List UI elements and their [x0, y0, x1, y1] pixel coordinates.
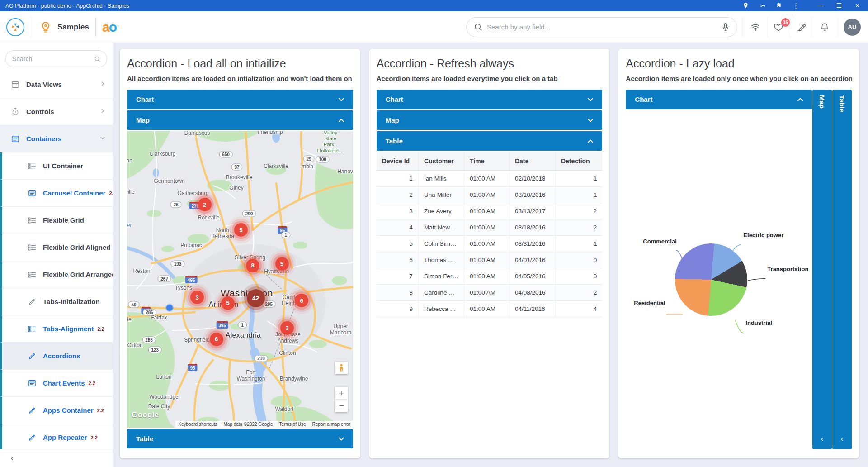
search-icon [474, 23, 482, 31]
table-row[interactable]: 4Matt Newman01:00 AM03/18/20162 [377, 219, 603, 235]
column-header[interactable]: Device Id [377, 152, 419, 170]
sidebar-item-label: Apps Container [43, 406, 94, 414]
app-header: Samples ao 15 AU [0, 11, 868, 43]
map-cluster-marker[interactable]: 6 [295, 294, 308, 307]
table-row[interactable]: 7Simon Fergu…01:00 AM04/05/20160 [377, 268, 603, 284]
sidebar-item-app-repeater[interactable]: App Repeater2.2 [0, 424, 113, 449]
map-attribution-link[interactable]: Terms of Use [279, 422, 306, 427]
zoom-in-button[interactable]: + [335, 387, 348, 400]
global-search[interactable] [466, 17, 737, 37]
sidebar-item-apps-container[interactable]: Apps Container2.2 [0, 397, 113, 424]
table-row[interactable]: 1Ian Mills01:00 AM02/10/20181 [377, 170, 603, 186]
accordion-header-chart[interactable]: Chart [626, 90, 812, 109]
accordion-header-table[interactable]: Table [377, 131, 603, 151]
sidebar-item-data-views[interactable]: Data Views [0, 71, 113, 98]
table-row[interactable]: 3Zoe Avery01:00 AM03/13/20172 [377, 203, 603, 219]
accordion-header-map[interactable]: Map [127, 110, 353, 130]
password-key-icon[interactable] [759, 2, 766, 9]
panel-title: Accordion - Refresh always [377, 57, 603, 70]
table-cell: 9 [377, 300, 419, 317]
extensions-puzzle-icon[interactable] [776, 2, 783, 9]
table-row[interactable]: 2Una Miller01:00 AM03/10/20161 [377, 186, 603, 203]
sidebar-item-chart-events[interactable]: Chart Events2.2 [0, 370, 113, 397]
version-badge: 2.2 [97, 408, 104, 413]
accordion-header-map[interactable]: Map [377, 110, 603, 130]
pie-graphic[interactable] [675, 243, 747, 316]
table-cell: 01:00 AM [464, 252, 509, 268]
doc-icon [11, 134, 20, 143]
sidebar-search[interactable] [5, 50, 107, 67]
divider [790, 18, 790, 37]
location-pin-icon[interactable] [742, 2, 749, 9]
user-avatar[interactable]: AU [844, 19, 861, 36]
sidebar-item-flexible-grid[interactable]: Flexible Grid [0, 207, 113, 234]
sidebar-item-accordions[interactable]: Accordions [0, 343, 113, 370]
map-attribution-link[interactable]: Report a map error [312, 422, 350, 427]
table-cell: 01:00 AM [464, 284, 509, 300]
app-logo[interactable] [6, 18, 24, 36]
column-header[interactable]: Date [509, 152, 555, 170]
sidebar-item-label: App Repeater [43, 434, 87, 441]
column-header[interactable]: Time [464, 152, 509, 170]
table-cell: 8 [377, 284, 419, 300]
table-cell: 4 [377, 219, 419, 235]
browser-menu-icon[interactable]: ⋮ [793, 2, 799, 9]
column-header[interactable]: Detection [555, 152, 602, 170]
map-cluster-marker[interactable]: 2 [198, 198, 212, 211]
sidebar-collapse-button[interactable]: ‹ [0, 449, 113, 467]
restore-button[interactable] [837, 2, 841, 9]
lightbulb-icon[interactable] [39, 21, 52, 33]
wifi-icon[interactable] [750, 22, 760, 32]
microphone-icon[interactable] [721, 22, 731, 32]
map-cluster-marker[interactable]: 8 [246, 259, 259, 272]
table-row[interactable]: 6Thomas Met…01:00 AM04/01/20160 [377, 252, 603, 268]
sidebar-item-flexible-grid-aligned[interactable]: Flexible Grid Aligned [0, 234, 113, 261]
column-header[interactable]: Customer [419, 152, 464, 170]
table-row[interactable]: 8Caroline Dav…01:00 AM04/08/20162 [377, 284, 603, 300]
table-cell: 01:00 AM [464, 300, 509, 317]
sidebar-search-input[interactable] [12, 55, 94, 62]
sidebar-item-flexible-grid-arranged[interactable]: Flexible Grid Arranged [0, 261, 113, 288]
accordion-label: Map [136, 116, 150, 124]
map-cluster-marker[interactable]: 5 [275, 257, 289, 271]
table-row[interactable]: 9Rebecca Me…01:00 AM04/11/20164 [377, 300, 603, 317]
google-map[interactable]: DamascusFriendshipValley State Park - Ho… [127, 131, 353, 428]
map-cluster-marker[interactable]: 3 [280, 321, 294, 335]
map-cluster-marker[interactable]: 5 [234, 223, 248, 237]
map-attribution-link[interactable]: Keyboard shortcuts [178, 422, 217, 427]
sidebar-item-tabs-initialization[interactable]: Tabs-Initialization [0, 288, 113, 315]
doc-icon [11, 80, 20, 89]
sidebar-item-carousel-container[interactable]: Carousel Container2.2 [0, 180, 113, 207]
vertical-tab-table[interactable]: Table ‹ [832, 90, 852, 449]
favorites-heart-icon[interactable]: 15 [774, 22, 783, 32]
chevron-left-icon[interactable]: ‹ [841, 434, 844, 443]
table-cell: Una Miller [419, 186, 464, 203]
signature-pen-icon[interactable] [797, 22, 807, 32]
vertical-tab-map[interactable]: Map ‹ [812, 90, 832, 449]
map-cluster-marker[interactable]: 3 [190, 291, 204, 304]
minimize-button[interactable]: — [817, 2, 823, 9]
map-location-dot[interactable] [166, 305, 173, 311]
map-cluster-marker[interactable]: 6 [210, 333, 223, 346]
watch-icon [11, 107, 20, 116]
zoom-out-button[interactable]: − [335, 400, 348, 412]
notifications-bell-icon[interactable] [820, 22, 830, 32]
map-cluster-marker[interactable]: 5 [221, 296, 235, 310]
close-button[interactable]: ✕ [855, 2, 860, 9]
accordion-header-chart[interactable]: Chart [377, 90, 603, 109]
sidebar-item-controls[interactable]: Controls [0, 98, 113, 125]
accordion-header-chart[interactable]: Chart [127, 90, 353, 109]
sidebar-item-ui-container[interactable]: UI Container [0, 152, 113, 180]
map-attribution-link[interactable]: Map data ©2022 Google [223, 422, 273, 427]
chevron-left-icon[interactable]: ‹ [821, 434, 824, 443]
table-cell: 5 [377, 235, 419, 252]
accordion-header-table[interactable]: Table [127, 429, 353, 448]
sidebar-item-tabs-alignment[interactable]: Tabs-Alignment2.2 [0, 315, 113, 343]
table-cell: 1 [555, 186, 602, 203]
sidebar-item-containers[interactable]: Containers [0, 125, 113, 152]
pie-slice-label: Commercial [643, 238, 676, 245]
table-row[interactable]: 5Colin Simps…01:00 AM03/31/20161 [377, 235, 603, 252]
streetview-pegman-button[interactable] [335, 362, 348, 374]
map-cluster-marker[interactable]: 42 [247, 289, 265, 307]
search-input[interactable] [487, 23, 721, 31]
